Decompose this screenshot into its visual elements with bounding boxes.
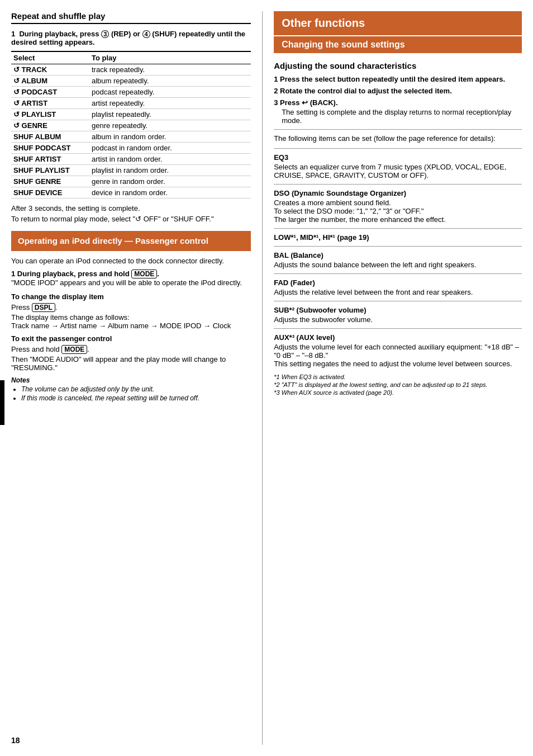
note-item: If this mode is canceled, the repeat set…: [21, 394, 251, 402]
right-step-item: 1 Press the select button repeatedly unt…: [274, 75, 522, 83]
right-step-item: 2 Rotate the control dial to adjust the …: [274, 87, 522, 95]
sound-items: EQ3Selects an equalizer curve from 7 mus…: [274, 148, 522, 368]
sound-item: FAD (Fader)Adjusts the relative level be…: [274, 273, 522, 296]
step1-intro: 1 During playback, press 3 (REP) or 4 (S…: [11, 30, 251, 46]
sound-divider: [274, 273, 522, 274]
toplay-cell: device in random order.: [89, 187, 251, 199]
notes-title: Notes: [11, 376, 251, 384]
sound-divider: [274, 328, 522, 329]
sound-item: SUB*² (Subwoofer volume)Adjusts the subw…: [274, 301, 522, 324]
select-table: Select To play ↺ TRACKtrack repeatedly.↺…: [11, 51, 251, 199]
ipod-section-header: Operating an iPod directly — Passenger c…: [11, 231, 251, 251]
mode-button: MODE: [131, 270, 157, 278]
sound-item-body: Selects an equalizer curve from 7 music …: [274, 163, 522, 179]
toplay-cell: artist repeatedly.: [89, 98, 251, 109]
select-cell: SHUF DEVICE: [11, 187, 89, 199]
step1-text: During playback, press 3 (REP) or 4 (SHU…: [11, 30, 245, 46]
following-note: The following items can be set (follow t…: [274, 134, 522, 143]
sound-item: LOW*¹, MID*¹, HI*¹ (page 19): [274, 228, 522, 242]
sound-item-title: BAL (Balance): [274, 251, 522, 259]
toplay-cell: playlist repeatedly.: [89, 109, 251, 120]
select-cell: SHUF GENRE: [11, 176, 89, 187]
select-cell: ↺ ALBUM: [11, 75, 89, 87]
toplay-cell: podcast repeatedly.: [89, 87, 251, 98]
toplay-cell: album in random order.: [89, 131, 251, 143]
changing-sound-header: Changing the sound settings: [274, 36, 522, 53]
mode-button-exit: MODE: [61, 345, 87, 354]
ipod-step1: 1 During playback, press and hold MODE. …: [11, 270, 251, 287]
exit-text: Press and hold MODE.: [11, 345, 251, 354]
sound-item-title: AUX*³ (AUX level): [274, 333, 522, 342]
select-cell: SHUF ALBUM: [11, 131, 89, 143]
sound-item-title: SUB*² (Subwoofer volume): [274, 306, 522, 314]
table-row: SHUF DEVICEdevice in random order.: [11, 187, 251, 199]
sound-item-body: Creates a more ambient sound field. To s…: [274, 199, 522, 224]
exit-body: Then "MODE AUDIO" will appear and the pl…: [11, 355, 251, 372]
sound-item: AUX*³ (AUX level)Adjusts the volume leve…: [274, 328, 522, 368]
sound-item: BAL (Balance)Adjusts the sound balance b…: [274, 246, 522, 269]
table-row: SHUF PLAYLISTplaylist in random order.: [11, 165, 251, 176]
select-cell: ↺ GENRE: [11, 120, 89, 131]
sound-item-body: Adjusts the sound balance between the le…: [274, 261, 522, 269]
sound-item-body: Adjusts the relative level between the f…: [274, 288, 522, 296]
change-display-title: To change the display item: [11, 292, 251, 301]
table-row: ↺ PODCASTpodcast repeatedly.: [11, 87, 251, 98]
ipod-step1-title: 1 During playback, press and hold MODE.: [11, 270, 159, 278]
col-toplay: To play: [89, 51, 251, 64]
table-row: SHUF GENREgenre in random order.: [11, 176, 251, 187]
footnote: *2 "ATT" is displayed at the lowest sett…: [274, 381, 522, 388]
table-row: SHUF ALBUMalbum in random order.: [11, 131, 251, 143]
toplay-cell: album repeatedly.: [89, 75, 251, 87]
sound-item-title: LOW*¹, MID*¹, HI*¹ (page 19): [274, 233, 522, 242]
table-row: ↺ ARTISTartist repeatedly.: [11, 98, 251, 109]
other-functions-header: Other functions: [274, 11, 522, 35]
step1-num: 1: [11, 30, 17, 38]
table-row: SHUF ARTISTartist in random order.: [11, 154, 251, 165]
table-row: ↺ GENREgenre repeatedly.: [11, 120, 251, 131]
sound-divider: [274, 228, 522, 229]
toplay-cell: artist in random order.: [89, 154, 251, 165]
right-steps: 1 Press the select button repeatedly unt…: [274, 75, 522, 125]
table-row: ↺ ALBUMalbum repeatedly.: [11, 75, 251, 87]
note-item: The volume can be adjusted only by the u…: [21, 385, 251, 393]
select-cell: ↺ ARTIST: [11, 98, 89, 109]
col-select: Select: [11, 51, 89, 64]
ipod-steps: 1 During playback, press and hold MODE. …: [11, 270, 251, 287]
toplay-cell: genre in random order.: [89, 176, 251, 187]
repeat-shuffle-title: Repeat and shuffle play: [11, 11, 251, 24]
ipod-step1-note: "MODE IPOD" appears and you will be able…: [11, 278, 242, 287]
change-display-text: Press DSPL.: [11, 303, 251, 312]
ipod-intro: You can operate an iPod connected to the…: [11, 257, 251, 265]
sound-item: DSO (Dynamic Soundstage Organizer)Create…: [274, 184, 522, 224]
select-cell: ↺ PLAYLIST: [11, 109, 89, 120]
notes-section: Notes The volume can be adjusted only by…: [11, 376, 251, 402]
select-cell: ↺ PODCAST: [11, 87, 89, 98]
adjusting-title: Adjusting the sound characteristics: [274, 61, 522, 70]
toplay-cell: genre repeatedly.: [89, 120, 251, 131]
sound-divider: [274, 184, 522, 185]
select-cell: SHUF ARTIST: [11, 154, 89, 165]
select-cell: ↺ TRACK: [11, 64, 89, 75]
sound-item-body: Adjusts the volume level for each connec…: [274, 343, 522, 368]
footnote: *3 When AUX source is activated (page 20…: [274, 389, 522, 396]
sound-divider: [274, 148, 522, 149]
sidebar-bar: [0, 380, 4, 425]
toplay-cell: playlist in random order.: [89, 165, 251, 176]
page-number: 18: [11, 736, 20, 745]
footnotes: *1 When EQ3 is activated.*2 "ATT" is dis…: [274, 374, 522, 396]
divider1: [274, 129, 522, 130]
sound-item-title: EQ3: [274, 153, 522, 162]
right-step-item: 3 Press ↩ (BACK).The setting is complete…: [274, 98, 522, 125]
left-column: Repeat and shuffle play 1 During playbac…: [11, 11, 263, 745]
sound-item-title: FAD (Fader): [274, 278, 522, 287]
select-cell: SHUF PLAYLIST: [11, 165, 89, 176]
sound-item-title: DSO (Dynamic Soundstage Organizer): [274, 189, 522, 197]
return-note: To return to normal play mode, select "↺…: [11, 215, 251, 223]
right-column: Other functions Changing the sound setti…: [263, 11, 522, 745]
sound-divider: [274, 246, 522, 247]
change-display-body: The display items change as follows: Tra…: [11, 313, 251, 330]
toplay-cell: track repeatedly.: [89, 64, 251, 75]
sound-item-body: Adjusts the subwoofer volume.: [274, 315, 522, 324]
sound-divider: [274, 301, 522, 301]
table-row: SHUF PODCASTpodcast in random order.: [11, 143, 251, 154]
